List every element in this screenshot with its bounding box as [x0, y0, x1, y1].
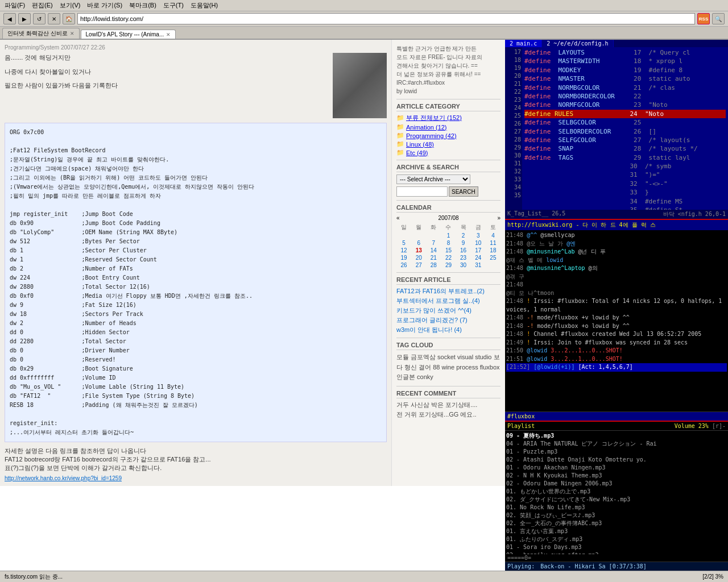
menu-goto[interactable]: 바로 가기(S) [87, 1, 122, 10]
category-item[interactable]: 📁Etc (49) [396, 149, 500, 156]
irc-message: 21:48 -! mode/fluxbox +o lowid by ^^ [506, 322, 727, 331]
tab-2-close[interactable]: ✕ [166, 32, 171, 38]
search-button-sidebar[interactable]: SEARCH [449, 186, 478, 197]
menu-help[interactable]: 도움말(H) [191, 1, 218, 10]
stop-button[interactable]: ✕ [48, 13, 60, 24]
post-image-placeholder [333, 53, 387, 118]
recent-comment-item[interactable]: 거두 사신삼 박은 포기상태.... [396, 401, 500, 409]
page-scrollable[interactable]: Programming/System 2007/07/27 22:26 음...… [0, 40, 505, 571]
playlist-item[interactable]: 04 - ARIA The NATURAL ピアノ コレクション - Rai [506, 440, 727, 448]
editor-line: #define NORMBGCOLOR 21 /* clas [524, 84, 726, 92]
divider-5 [396, 338, 500, 338]
irc-message: 21:50 @lowid 3...2...1...0...SHOT! [506, 347, 727, 355]
post-text-1: 음....... 것에 해딩거지만 [5, 53, 387, 63]
status-right: [2/2] 3% [702, 573, 723, 580]
sidebar-about: 특별한 근거가 언급한 제가 만든 모드 자료은 FREE- 입니다 자료의 견… [396, 44, 500, 95]
irc-message: 21:48 @^^ @smellycap [506, 231, 727, 240]
playlist-item[interactable]: 01. 言えない言葉.mp3 [506, 527, 727, 535]
archive-select[interactable]: --- Select Archive --- [396, 174, 470, 184]
search-button[interactable]: 🔍 [712, 13, 725, 24]
recent-article-item[interactable]: 부트섹터에서 프로그램 실..(4) [396, 297, 500, 305]
playlist-section: Playlist Volume 23% [r]- 09 - 夏待ち.mp304 … [505, 421, 728, 571]
recent-comment-item[interactable]: 전 거위 포기상태...GG 에요.. [396, 410, 500, 419]
category-item[interactable]: 📁부류 전체보기 (152) [396, 114, 500, 122]
playlist-item[interactable]: 01 - Puzzle.mp3 [506, 448, 727, 456]
recent-article-item[interactable]: w3m이 안대 됩니다! (4) [396, 326, 500, 334]
editor-line: #define NORMFGCOLOR 23 "Noto [524, 101, 726, 109]
irc-input[interactable] [537, 413, 726, 419]
rss-button[interactable]: RSS [697, 13, 710, 24]
playlist-item[interactable]: 02. 笑顔_はっぴぃ_ビース♪.mp3 [506, 512, 727, 519]
menu-view[interactable]: 보기(V) [60, 1, 81, 10]
recent-comments: 거두 사신삼 박은 포기상태....전 거위 포기상태...GG 에요.. [396, 401, 500, 419]
playlist-item[interactable]: 01 - Odoru Akachan Ningen.mp3 [506, 464, 727, 472]
irc-message: 21:51 @lowid 3...2...1...0...SHOT! [506, 355, 727, 364]
calendar-nav: « 2007/08 » [396, 215, 500, 221]
blog-main: Programming/System 2007/07/27 22:26 음...… [0, 40, 391, 486]
tab-2[interactable]: LowID's APL Story --- (Anima... ✕ [81, 30, 176, 39]
menu-tools[interactable]: 도구(T) [163, 1, 184, 10]
playlist-item[interactable]: 01. No Rock No Life.mp3 [506, 504, 727, 512]
tab-1-close[interactable]: ✕ [70, 31, 75, 36]
browser-chrome: 파일(F) 편집(E) 보기(V) 바로 가기(S) 북마크(B) 도구(T) … [0, 0, 728, 40]
cal-next[interactable]: » [497, 215, 500, 221]
playlist-item[interactable]: 02. ダ_クサイドについてきて-New Mix-.mp3 [506, 496, 727, 504]
calendar-table: 일월화수목금토 12345678910111213141516171819202… [396, 223, 500, 269]
cal-prev[interactable]: « [396, 215, 400, 221]
playlist-item[interactable]: 02. 全一_大石の_の事件簿ABC.mp3 [506, 519, 727, 527]
editor-tab-1[interactable]: 2 main.c [505, 40, 542, 47]
playlist-item[interactable]: 01 - Sora iro Days.mp3 [506, 543, 727, 551]
menu-edit[interactable]: 편집(E) [32, 1, 53, 10]
playing-text: Back-on - Hikari Sa [0:37/3:38] [540, 563, 647, 569]
category-item[interactable]: 📁Linux (48) [396, 140, 500, 148]
playlist-item[interactable]: 09 - 夏待ち.mp3 [506, 432, 727, 440]
recent-article-item[interactable]: 키보드가 많이 쓰겠어 ^^(4) [396, 306, 500, 315]
editor-line: #define NMASTER 20 static auto [524, 74, 726, 83]
recent-articles: FAT12과 FAT16의 부트레코..(2)부트섹터에서 프로그램 실..(4… [396, 287, 500, 334]
reload-button[interactable]: ↺ [33, 13, 46, 24]
search-input[interactable] [396, 186, 448, 197]
playlist-body[interactable]: 09 - 夏待ち.mp304 - ARIA The NATURAL ピアノ コレ… [505, 431, 728, 554]
divider-4 [396, 272, 500, 273]
playlist-item[interactable]: 02 - Odoru Dame Ningen 2006.mp3 [506, 480, 727, 488]
editor-code: #define LAYOUTS 17 /* Query cl#define MA… [522, 47, 728, 210]
divider-1 [396, 99, 500, 99]
irc-message: 21:48 ! Irssi: #fluxbox: Total of 14 nic… [506, 297, 727, 314]
irc-message: 21:48 [506, 281, 727, 289]
irc-body[interactable]: 21:48 @^^ @smellycap21:48 @오 느 날 가 @엔21:… [505, 230, 728, 411]
divider-6 [396, 386, 500, 386]
irc-message: [21:52] [@lowid(+i)] [Act: 1,4,5,6,7] [506, 363, 727, 372]
playlist-item[interactable]: 01. ふたりのバ_スディ.mp3 [506, 535, 727, 543]
editor-status: K_Tag_List__ 26,5 바닥 <nfig.h 26,0-1 [505, 210, 728, 219]
post-link[interactable]: http://network.hanb.co.kr/view.php?bi_id… [5, 475, 122, 481]
irc-message: 21:49 ! Irssi: Join to #fluxbox was sync… [506, 339, 727, 347]
playlist-item[interactable]: 02 - N H K Kyoukai Theme.mp3 [506, 472, 727, 480]
categories-list: 📁부류 전체보기 (152)📁Animation (12)📁Programmin… [396, 114, 500, 156]
editor-tab-2[interactable]: 2 ~/e/e/d/config.h [542, 40, 613, 47]
menu-bookmark[interactable]: 북마크(B) [129, 1, 156, 10]
irc-message: @겪 구 [506, 273, 727, 281]
post-bottom-1: 자세한 설명은 다음 링크를 참조하면 답이 나옵니다 [5, 447, 387, 455]
playlist-item[interactable]: 02 - Atashi Datte Onaji Koto Omotteru yo… [506, 456, 727, 464]
url-bar[interactable] [77, 13, 695, 24]
recent-article-item[interactable]: 프로그래어 글리겠건? (7) [396, 316, 500, 325]
forward-button[interactable]: ▶ [18, 13, 31, 24]
status-bar: fs.tistory.com 읽는 중... [2/2] 3% [0, 571, 728, 582]
editor-line: 32 "-<>-" [524, 180, 726, 188]
divider-2 [396, 160, 500, 160]
category-item[interactable]: 📁Animation (12) [396, 123, 500, 131]
back-button[interactable]: ◀ [3, 13, 16, 24]
menu-file[interactable]: 파일(F) [5, 1, 25, 10]
irc-message: 21:48 @오 느 날 가 @엔 [506, 240, 727, 248]
category-item[interactable]: 📁Programming (42) [396, 132, 500, 139]
blog-sidebar: 특별한 근거가 언급한 제가 만든 모드 자료은 FREE- 입니다 자료의 견… [391, 40, 505, 486]
tab-2-label: LowID's APL Story --- (Anima... [86, 31, 164, 38]
editor-line: 33 } [524, 188, 726, 197]
post-text-3: 필요한 사람이 있을가봐 다음을 기록한다 [5, 81, 387, 90]
editor-line: 31 ")=" [524, 171, 726, 179]
playlist-item[interactable]: 01. もどかしい世界の上で.mp3 [506, 488, 727, 496]
home-button[interactable]: 🏠 [63, 13, 75, 24]
search-box: SEARCH [396, 186, 500, 197]
recent-article-item[interactable]: FAT12과 FAT16의 부트레코..(2) [396, 287, 500, 296]
tab-1[interactable]: 인터넷 화력감산 신비로 ✕ [2, 28, 80, 39]
